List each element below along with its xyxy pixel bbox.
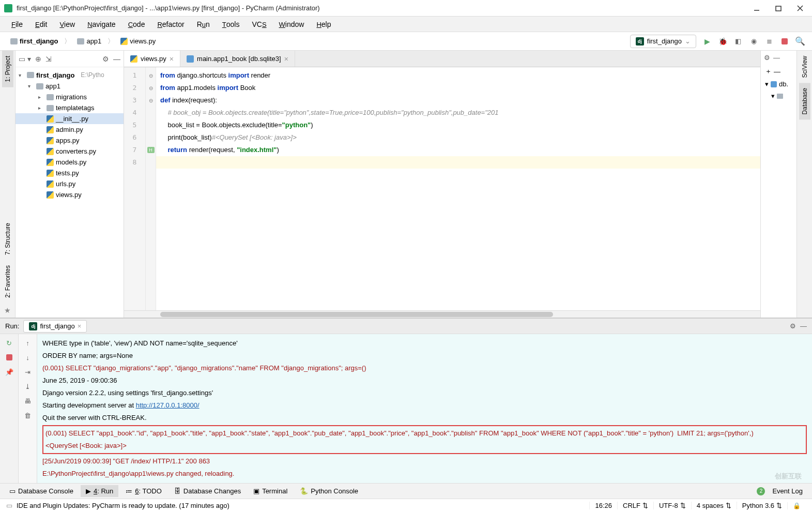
stop-button[interactable]	[780, 37, 789, 46]
menu-help[interactable]: Help	[312, 18, 335, 31]
tree-file[interactable]: converters.py	[16, 146, 124, 157]
menu-tools[interactable]: Tools	[218, 18, 244, 31]
bookmark-icon[interactable]: ★	[4, 306, 11, 314]
table-icon	[187, 55, 194, 63]
sciview-tool-tab[interactable]: SciView	[799, 51, 810, 83]
python-interpreter[interactable]: Python 3.6⇅	[737, 502, 787, 509]
terminal-tab[interactable]: ▣Terminal	[248, 485, 293, 497]
print-icon[interactable]: 🖶	[23, 396, 33, 405]
menu-navigate[interactable]: Navigate	[83, 18, 120, 31]
tree-file[interactable]: views.py	[16, 189, 124, 200]
close-tab-icon[interactable]: ×	[170, 55, 174, 63]
todo-tab[interactable]: ≔6: TODO	[120, 485, 167, 497]
run-button[interactable]: ▶	[702, 37, 712, 46]
menu-code[interactable]: Code	[124, 18, 149, 31]
project-view-dropdown[interactable]: ▭ ▾	[19, 55, 31, 63]
menu-view[interactable]: View	[55, 18, 79, 31]
tree-root[interactable]: ▾first_django E:\Pytho	[16, 69, 124, 81]
hide-panel-icon[interactable]: —	[800, 322, 807, 330]
tree-file[interactable]: tests.py	[16, 168, 124, 178]
menu-window[interactable]: Window	[275, 18, 309, 31]
indent-settings[interactable]: 4 spaces⇅	[691, 502, 737, 509]
menu-edit[interactable]: Edit	[31, 18, 51, 31]
horizontal-scrollbar[interactable]	[124, 310, 760, 318]
down-stack-icon[interactable]: ↓	[23, 353, 33, 362]
file-encoding[interactable]: UTF-8⇅	[653, 502, 691, 509]
tree-file[interactable]: __init__.py	[16, 113, 124, 124]
tree-file[interactable]: models.py	[16, 157, 124, 168]
chevron-down-icon: ⌄	[685, 37, 691, 45]
python-file-icon	[47, 159, 54, 166]
folder-icon	[777, 94, 783, 99]
gear-icon[interactable]: ⚙	[764, 54, 770, 62]
bottom-tool-stripe: ▭Database Console ▶4: Run ≔6: TODO 🗄Data…	[0, 483, 812, 499]
database-changes-tab[interactable]: 🗄Database Changes	[169, 485, 246, 497]
read-only-lock-icon[interactable]: 🔒	[787, 502, 806, 509]
stop-run-button[interactable]	[5, 353, 14, 362]
pycharm-icon	[4, 4, 12, 12]
console-output[interactable]: WHERE type in ('table', 'view') AND NOT …	[37, 334, 812, 483]
up-stack-icon[interactable]: ↑	[23, 338, 33, 348]
database-tool-tab[interactable]: Database	[799, 83, 810, 119]
line-separator[interactable]: CRLF⇅	[617, 502, 653, 509]
close-tab-icon[interactable]: ×	[78, 322, 82, 330]
tab-views-py[interactable]: views.py×	[124, 51, 180, 67]
add-datasource-button[interactable]: ＋—	[764, 65, 793, 78]
hide-panel-icon[interactable]: —	[773, 54, 780, 62]
tree-folder-app1[interactable]: ▾app1	[16, 81, 124, 92]
scroll-from-source-icon[interactable]: ⊕	[35, 55, 41, 63]
scroll-to-end-icon[interactable]: ⤓	[23, 382, 33, 391]
event-log-tab[interactable]: Event Log	[767, 485, 808, 497]
close-button[interactable]	[796, 5, 804, 12]
gear-icon[interactable]: ⚙	[102, 55, 109, 63]
concurrency-button[interactable]: ≣	[764, 37, 774, 46]
minimize-button[interactable]	[753, 5, 760, 12]
clear-all-icon[interactable]: 🗑	[23, 411, 33, 420]
menu-refactor[interactable]: Refactor	[153, 18, 188, 31]
list-icon: ≔	[126, 487, 132, 495]
code-editor[interactable]: from django.shortcuts import renderfrom …	[156, 67, 760, 310]
gear-icon[interactable]: ⚙	[790, 322, 796, 330]
rerun-button[interactable]: ↻	[5, 338, 14, 348]
tree-file[interactable]: admin.py	[16, 124, 124, 135]
hide-panel-icon[interactable]: —	[113, 55, 120, 63]
tree-folder[interactable]: ▸migrations	[16, 92, 124, 102]
menu-vcs[interactable]: VCS	[248, 18, 270, 31]
run-tab[interactable]: djfirst_django×	[23, 320, 87, 333]
favorites-tool-tab[interactable]: 2: Favorites	[2, 260, 13, 303]
db-node[interactable]: ▾db.	[764, 78, 793, 90]
search-everywhere-button[interactable]: 🔍	[795, 37, 805, 46]
debug-button[interactable]: 🐞	[718, 37, 727, 46]
soft-wrap-icon[interactable]: ⇥	[23, 367, 33, 377]
database-console-tab[interactable]: ▭Database Console	[4, 485, 79, 497]
structure-tool-tab[interactable]: 7: Structure	[2, 218, 13, 260]
run-config-name: first_django	[647, 37, 682, 45]
tab-db-table[interactable]: main.app1_book [db.sqlite3]×	[180, 51, 295, 67]
project-tool-tab[interactable]: 1: Project	[2, 51, 13, 87]
python-console-tab[interactable]: 🐍Python Console	[295, 485, 363, 497]
menu-run[interactable]: Run	[193, 18, 214, 31]
maximize-button[interactable]	[775, 5, 782, 12]
tree-folder[interactable]: ▸templatetags	[16, 102, 124, 113]
breadcrumb[interactable]: views.py	[117, 36, 159, 46]
db-child[interactable]: ▾	[764, 90, 793, 102]
tree-file[interactable]: apps.py	[16, 135, 124, 146]
tool-window-quick-access-icon[interactable]: ▭	[6, 502, 12, 509]
menu-file[interactable]: File	[7, 18, 27, 31]
breadcrumb[interactable]: first_django	[7, 36, 61, 46]
tree-file[interactable]: urls.py	[16, 178, 124, 189]
run-configuration-dropdown[interactable]: dj first_django ⌄	[630, 35, 696, 48]
collapse-all-icon[interactable]: ⇲	[45, 55, 52, 63]
close-tab-icon[interactable]: ×	[284, 55, 288, 63]
left-tool-window-stripe: 1: Project 7: Structure 2: Favorites ★	[0, 51, 16, 318]
caret-position[interactable]: 16:26	[589, 502, 617, 509]
pin-button[interactable]: 📌	[5, 367, 14, 377]
notification-badge[interactable]: 2	[757, 487, 765, 495]
coverage-button[interactable]: ◧	[733, 37, 743, 46]
breadcrumb[interactable]: app1	[74, 36, 104, 46]
project-tree[interactable]: ▾first_django E:\Pytho ▾app1 ▸migrations…	[16, 67, 124, 318]
python-file-icon	[47, 115, 54, 123]
line-number-gutter[interactable]: 12345678	[124, 67, 146, 310]
run-tab-bottom[interactable]: ▶4: Run	[81, 485, 118, 497]
profile-button[interactable]: ◉	[749, 37, 758, 46]
